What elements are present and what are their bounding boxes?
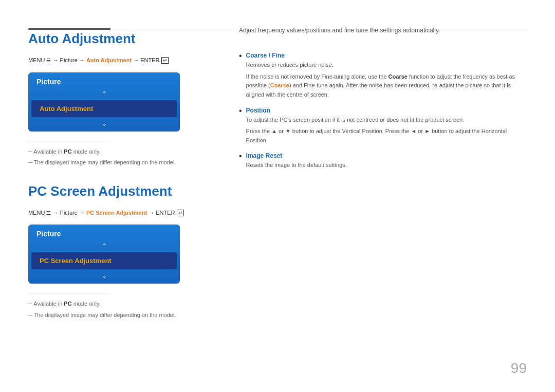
pc-menu-prefix: MENU — [28, 210, 46, 216]
auto-adjustment-section: Auto Adjustment MENU ☰ → Picture → Auto … — [28, 31, 208, 167]
image-reset-body: Resets the image to the default settings… — [246, 161, 527, 170]
picture-box-header-1: Picture — [28, 72, 180, 89]
arrow-up-2: ⌃ — [28, 241, 180, 252]
bullet-dot-1: • — [239, 51, 242, 61]
bullet-coarse-fine: • Coarse / Fine Removes or reduces pictu… — [239, 52, 527, 99]
pc-menu-arrow2: → ENTER — [147, 210, 176, 216]
image-reset-title: Image Reset — [246, 152, 527, 159]
auto-note-2: ─ The displayed image may differ dependi… — [28, 158, 208, 167]
menu-arrow1: → Picture → — [51, 57, 86, 63]
menu-arrow2: → ENTER — [132, 57, 161, 63]
auto-note-1: ─ Available in PC mode only. — [28, 147, 208, 156]
pc-menu-arrow1: → Picture → — [51, 210, 86, 216]
divider-light — [110, 29, 527, 29]
section-divider-2 — [28, 293, 110, 293]
bullet-content-3: Image Reset Resets the image to the defa… — [246, 152, 527, 170]
pc-screen-adjustment-item: PC Screen Adjustment — [31, 252, 177, 269]
picture-box-header-2: Picture — [28, 225, 180, 241]
pc-note-2: ─ The displayed image may differ dependi… — [28, 311, 208, 320]
menu-prefix: MENU — [28, 57, 46, 63]
menu-highlight: Auto Adjustment — [86, 57, 132, 63]
bullet-content-1: Coarse / Fine Removes or reduces picture… — [246, 52, 527, 99]
pc-enter-icon: ↵ — [177, 210, 184, 216]
coarse-fine-title: Coarse / Fine — [246, 52, 527, 59]
pc-screen-adjustment-title: PC Screen Adjustment — [28, 183, 208, 199]
bullet-image-reset: • Image Reset Resets the image to the de… — [239, 152, 527, 170]
bullet-dot-3: • — [239, 152, 242, 161]
position-detail: Press the ▲ or ▼ button to adjust the Ve… — [246, 127, 527, 145]
bullet-dot-2: • — [239, 106, 242, 116]
pc-menu-highlight: PC Screen Adjustment — [86, 210, 147, 216]
auto-adjustment-item: Auto Adjustment — [31, 100, 177, 117]
position-body: To adjust the PC's screen position if it… — [246, 116, 527, 125]
coarse-fine-body: Removes or reduces picture noise. — [246, 61, 527, 70]
enter-icon: ↵ — [161, 57, 169, 64]
auto-adjustment-picture-box: Picture ⌃ Auto Adjustment ⌄ — [28, 72, 180, 132]
page-number: 99 — [511, 360, 527, 377]
pc-screen-adjustment-section: PC Screen Adjustment MENU ☰ → Picture → … — [28, 183, 208, 320]
pc-picture-box: Picture ⌃ PC Screen Adjustment ⌄ — [28, 225, 180, 284]
coarse-fine-detail: If the noise is not removed by Fine-tuni… — [246, 72, 527, 100]
position-title: Position — [246, 107, 527, 114]
arrow-down-2: ⌄ — [28, 269, 180, 284]
arrow-up-1: ⌃ — [28, 89, 180, 100]
bullet-content-2: Position To adjust the PC's screen posit… — [246, 107, 527, 145]
section-divider-1 — [28, 141, 110, 141]
divider-dark — [28, 28, 110, 30]
auto-adjustment-intro: Adjust frequency values/positions and fi… — [239, 26, 527, 35]
bullet-position: • Position To adjust the PC's screen pos… — [239, 107, 527, 145]
auto-adjustment-menu-path: MENU ☰ → Picture → Auto Adjustment → ENT… — [28, 56, 208, 65]
left-column: Auto Adjustment MENU ☰ → Picture → Auto … — [28, 21, 224, 371]
right-column: Adjust frequency values/positions and fi… — [224, 21, 527, 371]
pc-note-1: ─ Available in PC mode only. — [28, 300, 208, 308]
bullet-section: • Coarse / Fine Removes or reduces pictu… — [239, 52, 527, 170]
arrow-down-1: ⌄ — [28, 117, 180, 132]
pc-menu-path: MENU ☰ → Picture → PC Screen Adjustment … — [28, 209, 208, 218]
auto-adjustment-title: Auto Adjustment — [28, 31, 208, 47]
